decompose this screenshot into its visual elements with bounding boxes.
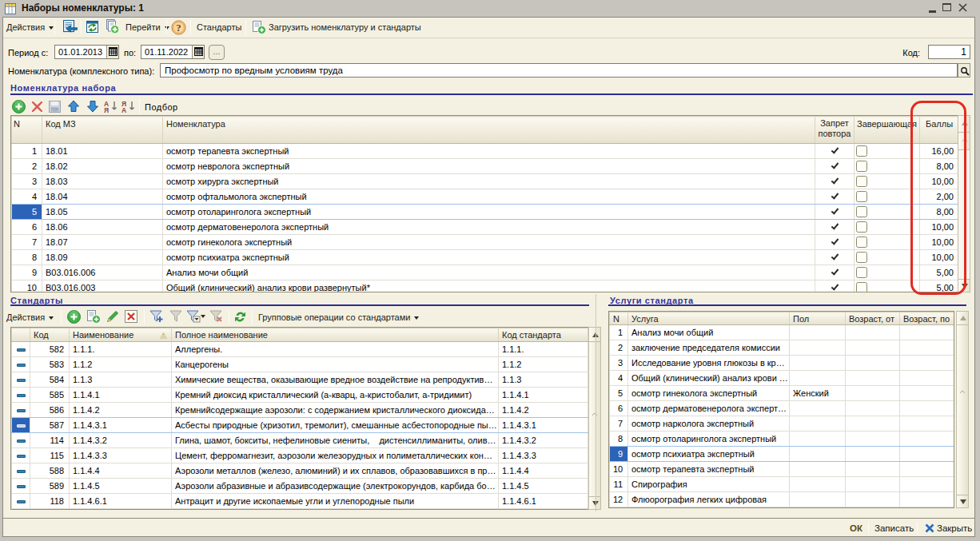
svg-text:?: ? bbox=[176, 22, 181, 34]
svg-text:Я: Я bbox=[104, 106, 109, 113]
svg-text:А: А bbox=[122, 106, 126, 113]
svg-text:ГОН: ГОН bbox=[51, 108, 58, 112]
